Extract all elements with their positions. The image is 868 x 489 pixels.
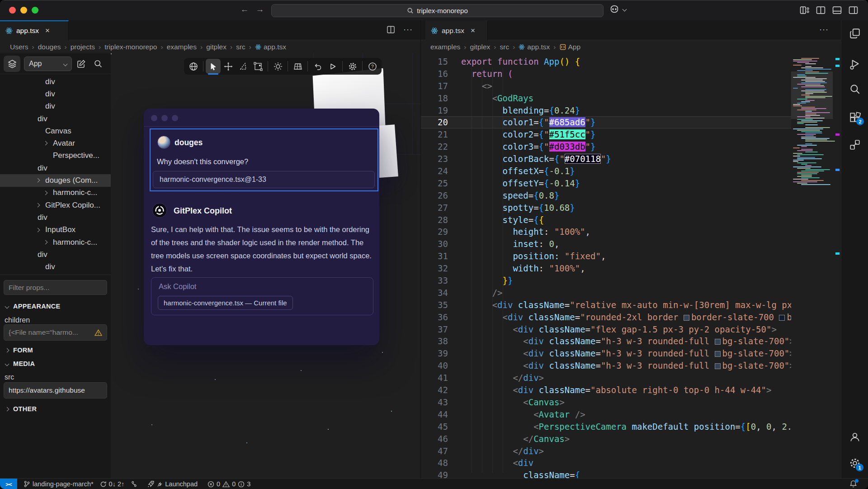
- code-line-37[interactable]: 37 <div className="flex gap-1.5 px-3 py-…: [421, 323, 841, 336]
- code-line-28[interactable]: 28 style={{: [421, 214, 841, 226]
- code-line-18[interactable]: 18 <GodRays: [421, 92, 841, 104]
- references-icon[interactable]: [849, 139, 861, 152]
- breadcrumb-item[interactable]: douges: [38, 43, 61, 51]
- tab-app-tsx-left[interactable]: app.tsx ×: [0, 20, 69, 40]
- problems-item[interactable]: 0 0 3: [208, 480, 250, 488]
- code-line-29[interactable]: 29 height: "100%",: [421, 226, 841, 238]
- rotate-tool-button[interactable]: [236, 59, 250, 74]
- breadcrumb-item[interactable]: src: [236, 43, 245, 51]
- window-close-button[interactable]: [9, 7, 16, 14]
- forward-arrow-icon[interactable]: →: [254, 5, 266, 14]
- remote-indicator[interactable]: ><: [0, 479, 17, 489]
- code-line-44[interactable]: 44 <Avatar />: [421, 408, 841, 421]
- back-arrow-icon[interactable]: ←: [239, 5, 250, 14]
- tree-item-div[interactable]: div: [0, 76, 111, 88]
- world-space-button[interactable]: [186, 59, 201, 74]
- chevron-right-icon[interactable]: [43, 240, 48, 244]
- extensions-icon[interactable]: 2: [849, 112, 861, 125]
- launchpad-item[interactable]: Launchpad: [147, 480, 198, 488]
- code-line-27[interactable]: 27 spotty={10.68}: [421, 202, 841, 214]
- code-line-34[interactable]: 34 />: [421, 287, 841, 299]
- code-line-24[interactable]: 24 offsetX={-0.1}: [421, 165, 841, 177]
- breadcrumb-item[interactable]: App: [560, 43, 581, 51]
- git-branch-item[interactable]: landing-page-march*: [24, 480, 94, 488]
- breadcrumb-item[interactable]: src: [500, 43, 509, 51]
- copilot-menu-button[interactable]: [609, 5, 626, 14]
- tab-close-icon[interactable]: ×: [45, 26, 50, 35]
- tree-item-perspective-[interactable]: Perspective...: [0, 150, 111, 162]
- breadcrumb-item[interactable]: app.tsx: [519, 43, 550, 51]
- breadcrumb-item[interactable]: app.tsx: [255, 43, 286, 51]
- lighting-toggle-button[interactable]: [270, 59, 285, 74]
- undo-button[interactable]: [310, 59, 325, 74]
- tree-item-harmonic-c-[interactable]: harmonic-c...: [0, 187, 111, 199]
- search-icon[interactable]: [849, 83, 861, 97]
- customize-layout-icon[interactable]: [800, 5, 809, 15]
- run-debug-icon[interactable]: [849, 58, 861, 72]
- code-line-38[interactable]: 38 <div className="h-3 w-3 rounded-full …: [421, 335, 841, 347]
- section-media[interactable]: MEDIA: [5, 360, 35, 367]
- code-line-16[interactable]: 16 return (: [421, 68, 841, 80]
- code-line-41[interactable]: 41 </div>: [421, 372, 841, 384]
- section-other[interactable]: OTHER: [5, 405, 37, 413]
- section-appearance[interactable]: APPEARANCE: [5, 303, 61, 310]
- split-editor-icon[interactable]: [387, 25, 395, 34]
- breadcrumb-item[interactable]: gitplex: [470, 43, 491, 51]
- window-zoom-button[interactable]: [32, 7, 38, 14]
- code-line-47[interactable]: 47 </div>: [421, 445, 841, 457]
- tab-app-tsx-right[interactable]: app.tsx ×: [425, 20, 488, 40]
- current-file-chip[interactable]: harmonic-convergence.tsx — Current file: [158, 296, 293, 310]
- chevron-right-icon[interactable]: [43, 141, 48, 146]
- more-actions-icon[interactable]: ···: [403, 25, 413, 34]
- chevron-right-icon[interactable]: [43, 190, 48, 195]
- section-form[interactable]: FORM: [5, 347, 33, 354]
- toggle-panel-icon[interactable]: [832, 5, 842, 15]
- code-line-36[interactable]: 36 <div className="rounded-2xl border bo…: [421, 311, 841, 323]
- tree-item-div[interactable]: div: [0, 248, 111, 261]
- chevron-right-icon[interactable]: [36, 228, 40, 232]
- account-icon[interactable]: [849, 431, 861, 445]
- code-line-22[interactable]: 22 color3={"#d033db"}: [421, 141, 841, 153]
- editor-group-divider[interactable]: [420, 20, 421, 478]
- code-line-43[interactable]: 43 <Canvas>: [421, 396, 841, 408]
- tree-item-avatar[interactable]: Avatar: [0, 137, 111, 149]
- breadcrumb-item[interactable]: Users: [10, 43, 28, 51]
- code-line-32[interactable]: 32 width: "100%",: [421, 262, 841, 275]
- code-editor[interactable]: 15export function App() {16 return (17 <…: [421, 53, 841, 478]
- chevron-right-icon[interactable]: [36, 178, 40, 183]
- src-prop-input[interactable]: https://avatars.githubuse: [4, 382, 107, 399]
- tree-item-div[interactable]: div: [0, 113, 111, 125]
- code-line-15[interactable]: 15export function App() {: [421, 56, 841, 68]
- tree-item-gitplex-copilo-[interactable]: GitPlex Copilo...: [0, 199, 111, 211]
- breadcrumb-item[interactable]: examples: [430, 43, 460, 51]
- search-bar[interactable]: triplex-monorepo: [271, 4, 604, 17]
- settings-button[interactable]: [345, 59, 360, 74]
- select-tool-button[interactable]: [206, 59, 221, 74]
- children-prop-input[interactable]: {<File name="harmo...: [4, 324, 107, 341]
- code-line-39[interactable]: 39 <div className="h-3 w-3 rounded-full …: [421, 347, 841, 360]
- search-button[interactable]: [94, 59, 103, 70]
- play-button[interactable]: [325, 59, 340, 74]
- tree-item-inputbox[interactable]: InputBox: [0, 224, 111, 236]
- sync-changes-item[interactable]: 0↓ 2↑: [100, 480, 125, 488]
- code-line-25[interactable]: 25 offsetY={-0.14}: [421, 177, 841, 190]
- layers-button[interactable]: [4, 56, 20, 72]
- breadcrumb-item[interactable]: triplex-monorepo: [104, 43, 157, 51]
- tab-close-icon[interactable]: ×: [471, 26, 475, 35]
- code-line-26[interactable]: 26 speed={0.8}: [421, 190, 841, 202]
- notifications-bell[interactable]: [849, 480, 857, 489]
- code-line-35[interactable]: 35 <div className="relative mx-auto min-…: [421, 299, 841, 311]
- tree-item-harmonic-c-[interactable]: harmonic-c...: [0, 236, 111, 248]
- code-line-49[interactable]: 49 className={: [421, 469, 841, 478]
- tree-item-canvas[interactable]: Canvas: [0, 125, 111, 137]
- selection-outline[interactable]: douges Why doesn't this converge? harmon…: [150, 128, 378, 191]
- more-actions-icon[interactable]: ···: [819, 25, 829, 34]
- code-line-46[interactable]: 46 </Canvas>: [421, 433, 841, 445]
- component-select[interactable]: App: [24, 57, 72, 71]
- copy-files-icon[interactable]: [849, 28, 861, 41]
- breadcrumb-item[interactable]: projects: [71, 43, 95, 51]
- code-line-21[interactable]: 21 color2={"#51f5cc"}: [421, 128, 841, 141]
- file-reference-chip[interactable]: harmonic-convergence.tsx@1-33: [153, 171, 375, 188]
- help-button[interactable]: ?: [365, 59, 380, 74]
- scale-tool-button[interactable]: [250, 59, 265, 74]
